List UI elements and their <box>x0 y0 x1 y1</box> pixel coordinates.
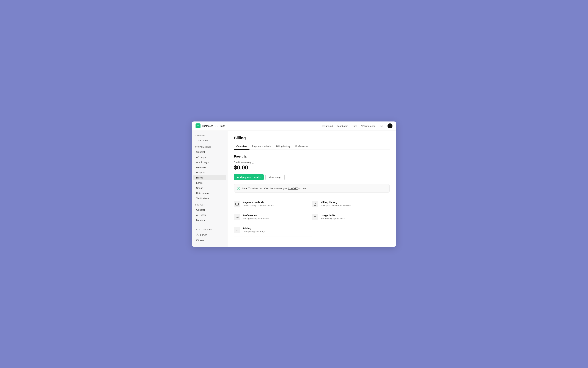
pricing-icon <box>234 227 240 233</box>
usage-limits-info: Usage limits Set monthly spend limits <box>321 214 345 220</box>
sidebar-item-api-keys-org[interactable]: API keys <box>193 155 226 160</box>
body: SETTINGS Your profile ORGANIZATION Gener… <box>192 131 396 247</box>
sidebar-item-verifications[interactable]: Verifications <box>193 196 226 201</box>
sidebar-item-members-proj[interactable]: Members <box>193 218 226 223</box>
topnav-left: T Themeum ▾ / Test ▾ <box>195 123 321 129</box>
cookbook-label: Cookbook <box>201 228 212 231</box>
your-profile-label: Your profile <box>196 139 208 142</box>
sidebar-item-limits[interactable]: Limits <box>193 180 226 185</box>
limits-label: Limits <box>196 182 202 184</box>
svg-point-5 <box>237 217 237 218</box>
action-buttons: Add payment details View usage <box>234 174 390 180</box>
help-label: Help <box>200 239 205 242</box>
note-icon: i <box>237 187 240 190</box>
api-keys-proj-label: API keys <box>196 214 206 216</box>
cards-grid: Payment methods Add or change payment me… <box>234 198 390 237</box>
preferences-card[interactable]: Preferences Manage billing information <box>234 211 312 224</box>
members-proj-label: Members <box>196 219 206 221</box>
svg-point-0 <box>197 234 198 234</box>
preferences-info: Preferences Manage billing information <box>243 214 269 220</box>
playground-link[interactable]: Playground <box>321 125 333 127</box>
preferences-icon <box>234 214 240 221</box>
sidebar-item-cookbook[interactable]: </> Cookbook <box>193 227 226 232</box>
add-payment-button[interactable]: Add payment details <box>234 174 264 180</box>
admin-keys-label: Admin keys <box>196 161 209 164</box>
svg-rect-3 <box>236 203 239 205</box>
topnav-separator: / <box>218 125 218 127</box>
organization-section-label: ORGANIZATION <box>192 146 227 149</box>
tab-overview[interactable]: Overview <box>234 144 249 150</box>
billing-label: Billing <box>196 176 203 179</box>
org-avatar[interactable]: T <box>195 123 201 129</box>
credit-info-icon[interactable]: i <box>252 161 254 164</box>
project-chevron-icon: ▾ <box>226 125 227 127</box>
tab-preferences[interactable]: Preferences <box>293 144 311 150</box>
forum-label: Forum <box>200 234 207 236</box>
billing-history-card-title: Billing history <box>321 201 351 204</box>
sidebar-item-your-profile[interactable]: Your profile <box>193 138 226 143</box>
sidebar-item-general-org[interactable]: General <box>193 149 226 155</box>
preferences-card-desc: Manage billing information <box>243 217 269 220</box>
sidebar-item-admin-keys[interactable]: Admin keys <box>193 160 226 165</box>
sidebar-item-members-org[interactable]: Members <box>193 165 226 170</box>
note-text-end: account. <box>298 187 307 190</box>
tab-payment-methods[interactable]: Payment methods <box>249 144 274 150</box>
topnav-right: Playground Dashboard Docs API reference … <box>321 123 393 129</box>
view-usage-button[interactable]: View usage <box>265 174 285 180</box>
projects-label: Projects <box>196 171 205 174</box>
org-name[interactable]: Themeum <box>202 125 213 127</box>
sidebar-item-billing[interactable]: Billing <box>193 175 226 180</box>
tabs: Overview Payment methods Billing history… <box>234 144 390 150</box>
note-bold: Note: <box>242 187 248 190</box>
payment-methods-info: Payment methods Add or change payment me… <box>243 201 274 207</box>
usage-limits-card-title: Usage limits <box>321 214 345 217</box>
settings-section-label: SETTINGS <box>192 134 227 138</box>
note-text: Note: This does not reflect the status o… <box>242 187 307 190</box>
billing-history-icon <box>312 201 318 207</box>
usage-limits-card[interactable]: Usage limits Set monthly spend limits <box>312 211 390 224</box>
general-org-label: General <box>196 151 205 153</box>
verifications-label: Verifications <box>196 197 209 200</box>
usage-limits-icon <box>312 214 318 221</box>
preferences-card-title: Preferences <box>243 214 269 217</box>
org-chevron-icon: ▾ <box>215 125 216 127</box>
members-org-label: Members <box>196 166 206 169</box>
pricing-card[interactable]: Pricing View pricing and FAQs <box>234 224 312 237</box>
main-content: Billing Overview Payment methods Billing… <box>228 131 396 247</box>
sidebar-item-data-controls[interactable]: Data controls <box>193 191 226 196</box>
usage-limits-card-desc: Set monthly spend limits <box>321 217 345 220</box>
sidebar-item-api-keys-proj[interactable]: API keys <box>193 212 226 218</box>
topnav: T Themeum ▾ / Test ▾ Playground Dashboar… <box>192 121 396 131</box>
api-keys-org-label: API keys <box>196 156 206 158</box>
credit-amount: $0.00 <box>234 164 390 171</box>
general-proj-label: General <box>196 209 205 211</box>
project-section-label: PROJECT <box>192 204 227 207</box>
pricing-card-title: Pricing <box>243 227 265 230</box>
billing-history-card[interactable]: Billing history View past and current in… <box>312 198 390 211</box>
sidebar-item-projects[interactable]: Projects <box>193 170 226 175</box>
settings-icon[interactable]: ⚙ <box>379 123 384 129</box>
payment-methods-card-title: Payment methods <box>243 201 274 204</box>
pricing-card-desc: View pricing and FAQs <box>243 230 265 233</box>
sidebar-item-usage[interactable]: Usage <box>193 185 226 191</box>
user-avatar[interactable] <box>387 123 393 129</box>
payment-methods-card[interactable]: Payment methods Add or change payment me… <box>234 198 312 211</box>
free-trial-section: Free trial Credit remaining i $0.00 Add … <box>234 155 390 180</box>
sidebar-item-help[interactable]: Help <box>193 238 226 243</box>
payment-methods-icon <box>234 201 240 207</box>
note-box: i Note: This does not reflect the status… <box>234 184 390 193</box>
sidebar-item-general-proj[interactable]: General <box>193 207 226 212</box>
payment-methods-card-desc: Add or change payment method <box>243 204 274 207</box>
api-reference-link[interactable]: API reference <box>361 125 376 127</box>
page-title: Billing <box>234 136 390 140</box>
code-icon: </> <box>196 228 200 231</box>
dashboard-link[interactable]: Dashboard <box>337 125 348 127</box>
docs-link[interactable]: Docs <box>352 125 357 127</box>
project-name[interactable]: Test <box>220 125 225 127</box>
sidebar-item-forum[interactable]: Forum <box>193 232 226 238</box>
chatgpt-link[interactable]: ChatGPT <box>288 187 298 190</box>
tab-billing-history[interactable]: Billing history <box>274 144 293 150</box>
pricing-info: Pricing View pricing and FAQs <box>243 227 265 233</box>
forum-icon <box>196 233 199 236</box>
billing-history-card-desc: View past and current invoices <box>321 204 351 207</box>
